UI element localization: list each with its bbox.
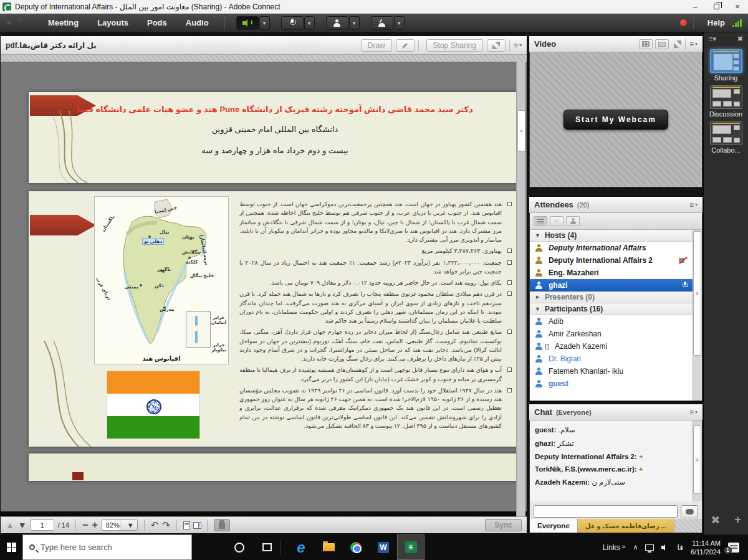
speaker-button[interactable] bbox=[236, 16, 259, 30]
send-message-button[interactable] bbox=[681, 505, 698, 518]
attendee-status-view-button[interactable] bbox=[566, 216, 580, 226]
menu-meeting[interactable]: Meeting bbox=[39, 14, 88, 32]
close-button[interactable]: × bbox=[727, 0, 748, 13]
document-scrollbar[interactable]: ≡ bbox=[516, 62, 525, 517]
chat-scrollbar[interactable]: ≡ bbox=[693, 420, 702, 501]
layout-bar-menu-icon[interactable]: ≡▾ bbox=[709, 35, 716, 43]
taskbar-search[interactable]: Type here to search bbox=[22, 534, 192, 560]
language-indicator[interactable]: فا bbox=[677, 543, 683, 552]
fullscreen-button[interactable] bbox=[487, 39, 506, 52]
attendee-row[interactable]: Deputy International Affairs 2 bbox=[530, 254, 693, 267]
layout-bar-close-icon[interactable]: ✖ bbox=[737, 35, 743, 43]
raise-hand-menu-caret[interactable]: ▾ bbox=[394, 16, 405, 30]
chat-tab-everyone[interactable]: Everyone bbox=[530, 519, 578, 533]
start-button[interactable] bbox=[0, 534, 22, 560]
connection-status-icon[interactable] bbox=[732, 19, 742, 27]
attendee-row[interactable]: guest bbox=[530, 377, 693, 390]
raise-hand-button[interactable] bbox=[371, 16, 393, 30]
attendees-pod: Attendees (20) ≡▾ ⤫ ▼Hosts (4) Deputy In… bbox=[529, 196, 703, 402]
add-layout-icon[interactable]: + bbox=[734, 513, 741, 527]
volume-icon[interactable] bbox=[661, 544, 669, 551]
attendees-pod-menu-icon[interactable]: ≡▾ bbox=[689, 201, 698, 209]
document-viewport[interactable]: دکتر سید محمد قاضی دانش آموخته رشته فیزی… bbox=[1, 62, 527, 517]
menu-audio[interactable]: Audio bbox=[176, 14, 218, 32]
document-scrollbar-thumb[interactable]: ≡ bbox=[517, 110, 525, 151]
microphone-button[interactable] bbox=[281, 16, 304, 30]
attendees-scrollbar-thumb[interactable]: ≡ bbox=[693, 231, 701, 356]
share-pod-menu-icon[interactable]: ≡▾ bbox=[514, 41, 522, 50]
zoom-out-button[interactable]: − bbox=[82, 520, 88, 531]
fit-width-button[interactable] bbox=[193, 522, 201, 529]
chat-pod-menu-icon[interactable]: ≡▾ bbox=[689, 408, 698, 417]
pointer-tool-button[interactable] bbox=[396, 39, 415, 52]
edge-icon[interactable]: e bbox=[287, 534, 315, 560]
video-pod-menu-icon[interactable]: ≡▾ bbox=[689, 40, 698, 49]
cortana-icon[interactable] bbox=[226, 534, 253, 560]
task-view-icon[interactable] bbox=[253, 534, 280, 560]
fit-page-button[interactable] bbox=[183, 521, 190, 529]
zoom-level-select[interactable]: 82%▼ bbox=[102, 520, 138, 531]
participants-group-row[interactable]: ▼Participants (16) bbox=[530, 303, 693, 315]
search-placeholder: Type here to search bbox=[41, 543, 112, 552]
action-center-icon[interactable]: 1 bbox=[728, 543, 739, 553]
attendee-row[interactable]: Eng. Mazaheri bbox=[530, 267, 693, 279]
tray-overflow-icon[interactable]: ∧ bbox=[633, 543, 638, 551]
attendees-scrollbar[interactable]: ≡ bbox=[693, 230, 702, 401]
menu-layouts[interactable]: Layouts bbox=[88, 14, 138, 32]
attendee-row[interactable]: Dr. Biglari bbox=[530, 353, 693, 365]
delete-layout-icon[interactable]: ✖ bbox=[711, 513, 720, 527]
attendee-row[interactable]: Deputy International Affairs bbox=[530, 242, 693, 254]
rotate-left-button[interactable]: ↶ bbox=[151, 520, 159, 531]
attendees-list: ▼Hosts (4) Deputy International Affairs … bbox=[530, 230, 693, 401]
file-explorer-icon[interactable] bbox=[315, 534, 342, 560]
map-label: ناگپور bbox=[157, 267, 171, 272]
start-webcam-button[interactable]: Start My Webcam bbox=[563, 110, 668, 130]
attendee-row[interactable]: Azadeh Kazemi bbox=[530, 340, 693, 353]
video-pod: Video ≡▾ Start My Webcam bbox=[529, 36, 703, 188]
pdf-toolbar: ▲ ▼ / 14 − + 82%▼ ↶ ↷ Sync bbox=[0, 516, 527, 534]
zoom-in-button[interactable]: + bbox=[92, 520, 97, 531]
chat-message-input[interactable] bbox=[534, 505, 678, 518]
webcam-button[interactable] bbox=[326, 16, 348, 30]
filmstrip-view-button[interactable] bbox=[655, 39, 669, 49]
attendee-row[interactable]: Amir Zarkeshan bbox=[530, 328, 693, 340]
adobe-connect-taskbar-icon[interactable]: ✳ bbox=[397, 534, 424, 560]
sync-button[interactable]: Sync bbox=[485, 519, 522, 531]
breakout-view-button[interactable]: ⤫ bbox=[550, 216, 563, 226]
chrome-icon[interactable] bbox=[342, 534, 370, 560]
attendee-row-selected[interactable]: ghazi bbox=[530, 279, 693, 292]
zoom-caret-icon[interactable]: ▼ bbox=[120, 520, 137, 530]
presenters-group-row[interactable]: ▼Presenters (0) bbox=[530, 292, 693, 303]
layout-thumbnail-discussion[interactable] bbox=[710, 85, 742, 109]
grid-view-button[interactable] bbox=[639, 39, 653, 49]
hosts-group-row[interactable]: ▼Hosts (4) bbox=[530, 230, 693, 242]
stop-sharing-button[interactable]: Stop Sharing bbox=[426, 39, 483, 52]
next-page-button[interactable]: ▼ bbox=[18, 521, 27, 529]
chat-tab-private[interactable]: ... رضای‌فاطمه جسک و غل bbox=[578, 519, 674, 533]
adobe-connect-logo-icon: ✦✧ bbox=[0, 14, 39, 32]
minimize-button[interactable]: – bbox=[684, 0, 706, 13]
help-menu[interactable]: Help bbox=[700, 18, 732, 27]
links-toolbar[interactable]: Links» bbox=[603, 543, 626, 552]
chat-scrollbar-thumb[interactable]: ≡ bbox=[693, 425, 701, 494]
layout-thumbnail-sharing[interactable] bbox=[710, 49, 742, 73]
network-icon[interactable] bbox=[645, 544, 654, 551]
menu-pods[interactable]: Pods bbox=[138, 14, 176, 32]
attendee-row[interactable]: Fatemeh Khanlari- ikiu bbox=[530, 365, 693, 377]
attendee-row[interactable]: Adib bbox=[530, 315, 693, 328]
draw-button[interactable]: Draw bbox=[361, 39, 392, 52]
previous-page-button[interactable]: ▲ bbox=[6, 521, 14, 529]
pan-tool-button[interactable] bbox=[214, 519, 230, 531]
video-fullscreen-icon[interactable] bbox=[674, 40, 681, 48]
clock[interactable]: 11:14 AM 6/11/2024 bbox=[691, 539, 721, 556]
chat-tabs: Everyone ... رضای‌فاطمه جسک و غل bbox=[530, 519, 702, 533]
webcam-menu-caret[interactable]: ▾ bbox=[349, 16, 360, 30]
rotate-right-button[interactable]: ↷ bbox=[162, 520, 170, 531]
speaker-menu-caret[interactable]: ▾ bbox=[259, 16, 270, 30]
restore-button[interactable] bbox=[706, 0, 727, 13]
microphone-menu-caret[interactable]: ▾ bbox=[304, 16, 315, 30]
page-number-input[interactable] bbox=[31, 520, 54, 531]
word-icon[interactable]: W bbox=[370, 534, 397, 560]
attendee-list-view-button[interactable] bbox=[534, 216, 547, 226]
layout-thumbnail-collaboration[interactable] bbox=[710, 121, 742, 145]
